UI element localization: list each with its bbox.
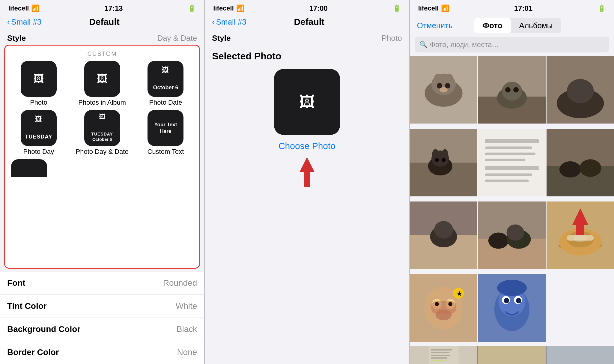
cat-image-8 bbox=[478, 201, 546, 269]
widget-item-custom-text[interactable]: Your Text Here Custom Text bbox=[136, 110, 196, 156]
photo-icon-5: 🖼 bbox=[99, 113, 106, 121]
battery-icon-3: 🔋 bbox=[598, 4, 606, 12]
svg-rect-30 bbox=[485, 152, 535, 155]
photo-cell-4[interactable] bbox=[410, 129, 477, 196]
photo-cell-10[interactable]: ★ bbox=[410, 274, 477, 342]
svg-rect-28 bbox=[485, 139, 539, 143]
svg-point-70 bbox=[504, 298, 509, 303]
choose-photo-link[interactable]: Choose Photo bbox=[279, 141, 335, 151]
svg-point-25 bbox=[435, 158, 439, 162]
svg-point-38 bbox=[580, 159, 601, 177]
widget-item-photo-date[interactable]: 🖼 October 6 Photo Date bbox=[136, 61, 196, 106]
up-arrow-icon bbox=[295, 154, 319, 190]
widget-grid-area: CUSTOM 🖼 Photo 🖼 Photos in Album 🖼 bbox=[4, 45, 200, 269]
svg-rect-34 bbox=[485, 179, 529, 182]
widget-partial-row bbox=[9, 159, 195, 177]
photo-grid-partial bbox=[410, 346, 614, 364]
cat-image-3 bbox=[547, 56, 614, 124]
wifi-icon-1: 📶 bbox=[31, 4, 39, 12]
photo-cell-partial-2[interactable] bbox=[478, 346, 546, 364]
svg-point-71 bbox=[516, 298, 521, 303]
photo-cell-6[interactable] bbox=[547, 129, 614, 196]
widget-item-photos-album[interactable]: 🖼 Photos in Album bbox=[72, 61, 132, 106]
search-bar[interactable]: 🔍 Фото, люди, места… bbox=[415, 37, 609, 52]
photo-grid: ★ bbox=[410, 56, 614, 346]
back-button-1[interactable]: ‹ Small #3 bbox=[7, 17, 41, 27]
photo-cell-partial-1[interactable] bbox=[410, 346, 477, 364]
photo-icon-3: 🖼 bbox=[162, 66, 169, 74]
svg-point-9 bbox=[440, 87, 448, 93]
photo-cell-partial-3[interactable] bbox=[547, 346, 614, 364]
widget-box-photo-day-date[interactable]: 🖼 TUESDAY October 6 bbox=[84, 110, 120, 146]
panel-2: lifecell 📶 17:00 🔋 ‹ Small #3 Default St… bbox=[205, 0, 409, 364]
widget-box-photo-day[interactable]: 🖼 TUESDAY bbox=[21, 110, 57, 146]
widget-label-photo: Photo bbox=[30, 99, 47, 106]
settings-value-tint: White bbox=[176, 301, 197, 311]
photo-content-2 bbox=[478, 56, 546, 124]
widget-date-label: October 6 bbox=[153, 85, 178, 91]
food-image bbox=[547, 201, 614, 269]
widget-label-photo-date: Photo Date bbox=[149, 99, 182, 106]
widget-label-custom-text: Custom Text bbox=[148, 148, 184, 156]
photo-cell-9[interactable] bbox=[547, 201, 614, 269]
custom-label: CUSTOM bbox=[9, 50, 195, 57]
widget-box-photo-date[interactable]: 🖼 October 6 bbox=[148, 61, 183, 97]
widget-item-photo-day[interactable]: 🖼 TUESDAY Photo Day bbox=[9, 110, 69, 156]
photo-cell-5[interactable] bbox=[478, 129, 546, 196]
photo-content-10: ★ bbox=[410, 274, 477, 342]
tab-group: Фото Альбомы bbox=[474, 18, 561, 33]
nav-bar-2: ‹ Small #3 Default bbox=[205, 15, 409, 31]
svg-point-72 bbox=[497, 280, 527, 296]
svg-point-61 bbox=[435, 302, 439, 306]
text-partial-1 bbox=[410, 346, 477, 364]
settings-row-border[interactable]: Border Color None bbox=[0, 341, 204, 364]
style-section-2: Style Photo bbox=[205, 31, 409, 45]
widget-label-photo-day: Photo Day bbox=[23, 148, 54, 156]
back-label-1[interactable]: Small #3 bbox=[11, 17, 41, 27]
svg-point-14 bbox=[505, 87, 511, 93]
blue-face-image bbox=[478, 274, 546, 342]
photo-icon-2: 🖼 bbox=[97, 73, 108, 85]
photo-cell-3[interactable] bbox=[547, 56, 614, 124]
wifi-icon-2: 📶 bbox=[236, 4, 244, 12]
photo-cell-8[interactable] bbox=[478, 201, 546, 269]
svg-point-26 bbox=[441, 158, 446, 162]
photo-cell-11[interactable] bbox=[478, 274, 546, 342]
status-left-2: lifecell 📶 bbox=[213, 4, 244, 12]
photo-cell-1[interactable] bbox=[410, 56, 477, 124]
photo-placeholder-icon: 🖼 bbox=[299, 93, 315, 111]
tab-photos[interactable]: Фото bbox=[474, 18, 511, 33]
arrow-container bbox=[212, 154, 402, 190]
svg-rect-32 bbox=[485, 166, 539, 170]
photo-placeholder[interactable]: 🖼 bbox=[274, 69, 340, 135]
widget-item-photo[interactable]: 🖼 Photo bbox=[9, 61, 69, 106]
nav-title-2: Default bbox=[294, 17, 324, 27]
settings-row-font[interactable]: Font Rounded bbox=[0, 272, 204, 295]
cancel-button[interactable]: Отменить bbox=[417, 21, 453, 30]
widget-item-photo-day-date[interactable]: 🖼 TUESDAY October 6 Photo Day & Date bbox=[72, 110, 132, 156]
widget-box-photos-album[interactable]: 🖼 bbox=[84, 61, 120, 97]
svg-point-47 bbox=[506, 225, 524, 241]
settings-row-bg[interactable]: Background Color Black bbox=[0, 318, 204, 341]
settings-row-tint[interactable]: Tint Color White bbox=[0, 295, 204, 318]
battery-icon-2: 🔋 bbox=[393, 4, 401, 12]
selected-photo-title: Selected Photo bbox=[212, 51, 402, 62]
widget-box-custom-text[interactable]: Your Text Here bbox=[148, 110, 183, 146]
back-button-2[interactable]: ‹ Small #3 bbox=[212, 17, 246, 27]
status-right-2: 🔋 bbox=[393, 4, 401, 12]
photo-cell-2[interactable] bbox=[478, 56, 546, 124]
photo-content-3 bbox=[547, 56, 614, 124]
svg-rect-76 bbox=[431, 355, 450, 356]
photo-cell-7[interactable] bbox=[410, 201, 477, 269]
tab-albums[interactable]: Альбомы bbox=[511, 18, 561, 33]
widget-box-partial[interactable] bbox=[11, 159, 47, 177]
widget-box-photo[interactable]: 🖼 bbox=[21, 61, 57, 97]
status-left-3: lifecell 📶 bbox=[418, 4, 449, 12]
panel-3: lifecell 📶 17:01 🔋 Отменить Фото Альбомы… bbox=[410, 0, 614, 364]
photo-content-9 bbox=[547, 201, 614, 269]
widget-grid: 🖼 Photo 🖼 Photos in Album 🖼 October 6 Ph… bbox=[9, 61, 195, 156]
nav-bar-1: ‹ Small #3 Default bbox=[0, 15, 204, 31]
svg-point-62 bbox=[448, 302, 452, 306]
back-label-2[interactable]: Small #3 bbox=[216, 17, 246, 27]
cat-image-7 bbox=[410, 201, 477, 269]
